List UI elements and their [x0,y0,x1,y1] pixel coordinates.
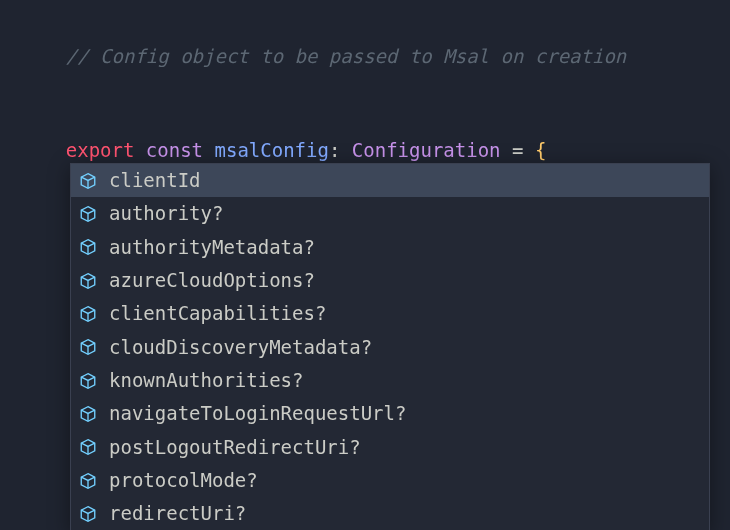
autocomplete-label: redirectUri? [109,498,246,529]
type-annotation: Configuration [352,139,501,161]
keyword-const: const [146,139,203,161]
field-icon [77,370,99,392]
autocomplete-label: knownAuthorities? [109,365,303,396]
colon: : [329,139,340,161]
autocomplete-item[interactable]: postLogoutRedirectUri? [71,431,709,464]
autocomplete-item[interactable]: clientId [71,164,709,197]
field-icon [77,470,99,492]
autocomplete-label: azureCloudOptions? [109,265,315,296]
comment-text: // Config object to be passed to Msal on… [66,45,627,67]
autocomplete-item[interactable]: protocolMode? [71,464,709,497]
autocomplete-item[interactable]: navigateToLoginRequestUrl? [71,397,709,430]
autocomplete-label: postLogoutRedirectUri? [109,432,361,463]
autocomplete-label: authorityMetadata? [109,232,315,263]
field-icon [77,336,99,358]
autocomplete-item[interactable]: knownAuthorities? [71,364,709,397]
equals: = [512,139,523,161]
autocomplete-label: navigateToLoginRequestUrl? [109,398,406,429]
autocomplete-label: authority? [109,198,223,229]
field-icon [77,236,99,258]
field-icon [77,270,99,292]
field-icon [77,436,99,458]
autocomplete-label: cloudDiscoveryMetadata? [109,332,372,363]
code-line: // Config object to be passed to Msal on… [20,10,730,104]
autocomplete-popup[interactable]: clientId authority? authorityMetadata? a… [70,163,710,530]
identifier: msalConfig [215,139,329,161]
field-icon [77,503,99,525]
autocomplete-item[interactable]: authority? [71,197,709,230]
autocomplete-item[interactable]: clientCapabilities? [71,297,709,330]
code-editor[interactable]: // Config object to be passed to Msal on… [0,0,730,530]
brace-open: { [535,139,546,161]
autocomplete-item[interactable]: cloudDiscoveryMetadata? [71,331,709,364]
autocomplete-item[interactable]: authorityMetadata? [71,231,709,264]
keyword-export: export [66,139,135,161]
autocomplete-label: protocolMode? [109,465,258,496]
field-icon [77,203,99,225]
autocomplete-label: clientId [109,165,201,196]
autocomplete-label: clientCapabilities? [109,298,326,329]
autocomplete-item[interactable]: redirectUri? [71,497,709,530]
autocomplete-item[interactable]: azureCloudOptions? [71,264,709,297]
field-icon [77,303,99,325]
field-icon [77,403,99,425]
field-icon [77,170,99,192]
